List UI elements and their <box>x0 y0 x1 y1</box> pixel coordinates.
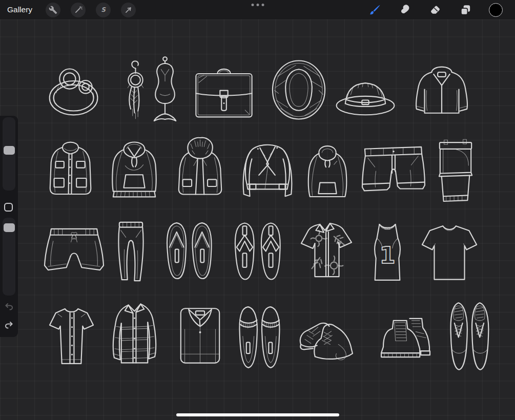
sketch-dangle-earring <box>122 57 149 123</box>
color-button[interactable] <box>481 0 511 19</box>
sketch-derby-shoes <box>447 301 491 372</box>
sketch-t-shirt <box>419 221 480 283</box>
selection-s-icon: S <box>99 6 108 14</box>
smudge-button[interactable] <box>390 0 420 19</box>
adjustments-button[interactable] <box>71 3 86 17</box>
sidebar <box>0 116 18 337</box>
sketch-baseball-button-tee <box>46 303 97 368</box>
redo-button[interactable] <box>4 320 14 331</box>
transform-button[interactable] <box>121 3 136 17</box>
sketch-folded-dress-shirt <box>178 303 222 368</box>
selection-button[interactable]: S <box>96 3 111 17</box>
sketch-dress-form-mannequin <box>150 55 180 125</box>
sketch-jogger-pants <box>114 219 148 284</box>
sketch-fringe-loafers <box>235 304 283 371</box>
sketch-drawstring-hoodie <box>108 134 160 204</box>
smudge-icon <box>399 4 411 16</box>
sketch-slim-hoodie <box>304 139 352 205</box>
wrench-icon <box>49 6 57 14</box>
color-swatch-icon <box>489 3 503 17</box>
brush-size-slider[interactable] <box>3 117 15 191</box>
svg-text:1: 1 <box>379 242 395 269</box>
sketch-tank-top: 1 <box>369 220 405 284</box>
sketch-fedora-hat <box>334 73 397 117</box>
sketch-briefcase <box>192 62 256 121</box>
undo-button[interactable] <box>4 302 14 312</box>
layers-button[interactable] <box>450 0 481 19</box>
gallery-button[interactable]: Gallery <box>7 5 32 14</box>
sketch-strap-sandals <box>230 219 285 285</box>
layers-icon <box>459 4 472 16</box>
app-window: Gallery S 1 <box>0 0 515 420</box>
opacity-slider[interactable] <box>3 218 15 296</box>
redo-icon <box>4 320 14 331</box>
brush-icon <box>368 4 381 16</box>
sketch-laced-boots <box>296 316 361 364</box>
magic-wand-icon <box>74 6 83 14</box>
sketch-flip-flops <box>163 219 216 285</box>
top-toolbar: Gallery S <box>0 0 515 19</box>
brush-size-handle[interactable] <box>4 146 15 155</box>
sketch-hawaiian-shirt <box>299 219 354 284</box>
sketch-swim-trunks <box>43 221 105 283</box>
sketch-diamond-ring <box>44 58 106 123</box>
sketch-chelsea-boots <box>377 314 434 362</box>
erase-button[interactable] <box>420 0 450 19</box>
right-tool-group <box>360 0 515 19</box>
left-tool-group: S <box>40 3 141 17</box>
canvas[interactable]: 1 <box>0 19 515 420</box>
sketch-folded-denim-shorts <box>437 136 475 211</box>
modify-button[interactable] <box>4 203 13 212</box>
eraser-icon <box>429 4 442 16</box>
actions-button[interactable] <box>46 3 60 17</box>
sketch-plaid-flannel-shirt <box>109 301 160 369</box>
svg-text:S: S <box>101 6 106 13</box>
paint-button[interactable] <box>360 0 390 19</box>
sketch-parka-coat <box>46 135 95 203</box>
opacity-handle[interactable] <box>4 223 15 232</box>
sketch-fur-hood-parka <box>176 135 224 205</box>
sketch-straw-sun-hat <box>271 58 327 121</box>
arrow-cursor-icon <box>124 6 133 14</box>
undo-icon <box>4 302 14 312</box>
sketch-biker-leather-jacket <box>239 137 296 203</box>
multitask-dots-handle[interactable] <box>251 4 264 6</box>
sketch-chino-shorts <box>361 141 425 203</box>
home-indicator[interactable] <box>176 413 339 416</box>
sketch-windbreaker-jacket <box>409 60 474 118</box>
